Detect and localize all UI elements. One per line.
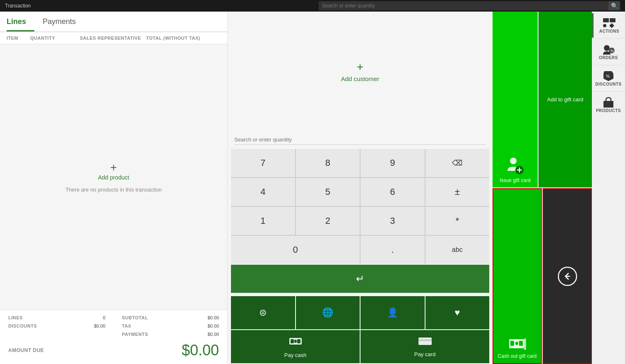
- numpad-2[interactable]: 2: [296, 207, 360, 235]
- svg-point-19: [604, 45, 610, 51]
- tab-lines[interactable]: Lines: [7, 12, 34, 31]
- cash-icon: [288, 335, 303, 350]
- transaction-area: + Add product There are no products in t…: [0, 44, 227, 310]
- orders-icon: %: [602, 44, 615, 55]
- search-bar-area: [228, 131, 493, 149]
- amount-due-label: AMOUNT DUE: [8, 347, 44, 353]
- numpad-8[interactable]: 8: [296, 149, 360, 177]
- payment-row2: Pay cash Pay card: [231, 330, 489, 363]
- main-layout: Lines Payments ITEM QUANTITY SALES REPRE…: [0, 12, 625, 364]
- issue-gift-card-label: Issue gift card: [500, 177, 531, 183]
- numpad-7[interactable]: 7: [231, 149, 295, 177]
- customer-area: + Add customer: [228, 12, 493, 131]
- numpad-backspace[interactable]: ⌫: [425, 149, 490, 177]
- pay-card-button[interactable]: Pay card: [361, 330, 489, 363]
- svg-rect-2: [297, 339, 300, 343]
- products-label: PRODUCTS: [596, 108, 621, 113]
- svg-rect-5: [418, 339, 432, 341]
- numpad-5[interactable]: 5: [296, 178, 360, 206]
- add-to-gift-card-button[interactable]: Add to gift card: [538, 12, 592, 187]
- top-search-input[interactable]: [319, 1, 608, 10]
- middle-panel: + Add customer 7 8 9 ⌫ 4 5 6 ± 1 2 3 * 0…: [228, 12, 493, 364]
- numpad-9[interactable]: 9: [361, 149, 425, 177]
- left-panel: Lines Payments ITEM QUANTITY SALES REPRE…: [0, 12, 228, 364]
- col-quantity: QUANTITY: [30, 36, 80, 41]
- pay-cash-button[interactable]: Pay cash: [231, 330, 360, 363]
- numpad-enter[interactable]: ↵: [231, 265, 489, 293]
- svg-rect-3: [294, 340, 297, 343]
- issue-gift-card-button[interactable]: Issue gift card: [493, 12, 538, 187]
- tax-value: $0.00: [207, 323, 219, 328]
- heart-icon: ♥: [454, 307, 460, 318]
- cash-out-gift-card-button[interactable]: Cash out gift card: [493, 188, 542, 364]
- discounts-icon: %: [602, 70, 615, 82]
- tax-label: TAX: [122, 323, 132, 328]
- svg-rect-13: [515, 342, 518, 345]
- svg-rect-16: [603, 18, 609, 22]
- numpad-0[interactable]: 0: [231, 236, 360, 264]
- payments-value: $0.00: [207, 332, 219, 337]
- add-product-label: Add product: [98, 174, 130, 181]
- svg-point-18: [603, 24, 606, 27]
- equals-icon: ⊜: [259, 307, 267, 318]
- no-products-text: There are no products in this transactio…: [65, 187, 162, 193]
- orders-label: ORDERS: [599, 55, 618, 60]
- svg-rect-1: [291, 339, 294, 343]
- lines-label: LINES: [8, 315, 23, 320]
- check-gift-card-button[interactable]: [543, 188, 592, 364]
- numpad-4[interactable]: 4: [231, 178, 295, 206]
- col-total: TOTAL (WITHOUT TAX): [146, 36, 221, 41]
- add-product-icon: +: [110, 162, 117, 173]
- tab-payments[interactable]: Payments: [43, 12, 84, 31]
- quantity-search-input[interactable]: [234, 135, 486, 145]
- tabs: Lines Payments: [0, 12, 227, 32]
- orders-item[interactable]: % ORDERS: [592, 40, 625, 64]
- svg-rect-23: [603, 101, 613, 108]
- products-item[interactable]: PRODUCTS: [592, 93, 625, 117]
- payment-btn-person[interactable]: 👤: [361, 296, 425, 329]
- numpad: 7 8 9 ⌫ 4 5 6 ± 1 2 3 * 0 . abc: [231, 149, 489, 264]
- discounts-item[interactable]: % DISCOUNTS: [592, 66, 625, 91]
- cash-out-gift-card-label: Cash out gift card: [498, 353, 536, 359]
- payment-btn-heart[interactable]: ♥: [425, 296, 490, 329]
- add-customer-label: Add customer: [341, 75, 380, 82]
- pay-card-label: Pay card: [414, 351, 435, 357]
- add-to-gift-card-label: Add to gift card: [547, 96, 583, 103]
- discounts-label: DISCOUNTS: [595, 82, 621, 86]
- svg-rect-14: [524, 338, 526, 350]
- actions-label: ACTIONS: [599, 29, 620, 34]
- payment-btn-globe[interactable]: 🌐: [296, 296, 360, 329]
- issue-gift-card-icon: [505, 155, 526, 176]
- add-customer-icon: +: [357, 60, 363, 74]
- numpad-plusminus[interactable]: ±: [425, 178, 490, 206]
- actions-panel: ACTIONS % ORDERS: [592, 12, 625, 364]
- payment-row1: ⊜ 🌐 👤 ♥: [231, 296, 489, 329]
- discounts-value: $0.00: [94, 323, 106, 328]
- search-button[interactable]: 🔍: [608, 1, 620, 10]
- actions-icon: [603, 17, 616, 29]
- globe-icon: 🌐: [322, 307, 333, 318]
- person-icon: 👤: [387, 307, 398, 318]
- numpad-dot[interactable]: .: [361, 236, 425, 264]
- right-panel: Issue gift card Add to gift card: [493, 12, 625, 364]
- numpad-3[interactable]: 3: [361, 207, 425, 235]
- subtotal-label: SUBTOTAL: [122, 315, 148, 320]
- payment-btn-equals[interactable]: ⊜: [231, 296, 295, 329]
- actions-item[interactable]: ACTIONS: [592, 13, 625, 38]
- col-item: ITEM: [7, 36, 30, 41]
- svg-text:%: %: [606, 74, 610, 79]
- numpad-1[interactable]: 1: [231, 207, 295, 235]
- numpad-abc[interactable]: abc: [425, 236, 490, 264]
- table-header: ITEM QUANTITY SALES REPRESENTATIVE TOTAL…: [0, 32, 227, 44]
- back-arrow-icon: [557, 266, 578, 287]
- numpad-multiply[interactable]: *: [425, 207, 490, 235]
- discounts-label: DISCOUNTS: [8, 323, 37, 328]
- numpad-6[interactable]: 6: [361, 178, 425, 206]
- col-sales-rep: SALES REPRESENTATIVE: [80, 36, 146, 41]
- svg-rect-17: [610, 18, 615, 22]
- right-panel-top: Issue gift card Add to gift card: [493, 12, 625, 364]
- add-product-button[interactable]: + Add product: [98, 162, 130, 181]
- cash-out-icon: [508, 337, 526, 352]
- svg-rect-12: [519, 341, 523, 346]
- add-customer-button[interactable]: + Add customer: [341, 60, 380, 82]
